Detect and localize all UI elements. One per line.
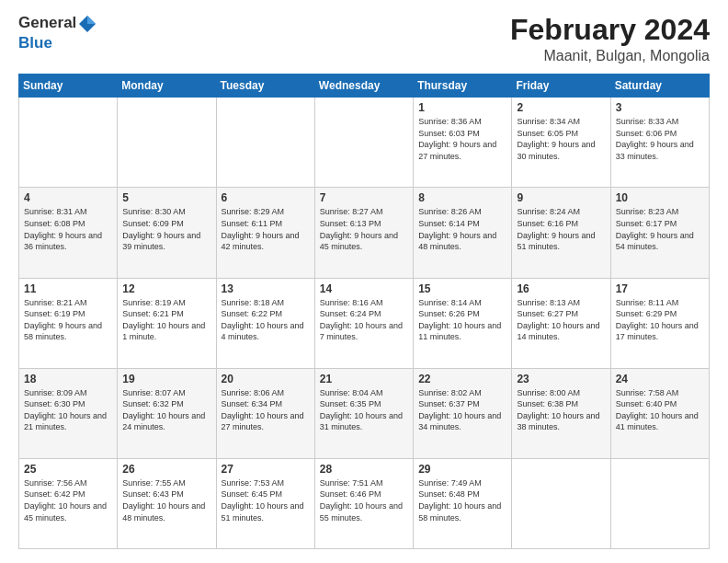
day-number: 18: [24, 373, 112, 385]
calendar-day-header: Friday: [512, 75, 610, 98]
day-info: Sunrise: 8:21 AMSunset: 6:19 PMDaylight:…: [24, 297, 112, 343]
calendar-cell: 2Sunrise: 8:34 AMSunset: 6:05 PMDaylight…: [512, 98, 610, 188]
day-number: 26: [122, 463, 210, 476]
header: General Blue February 2024 Maanit, Bulga…: [18, 14, 710, 64]
calendar-cell: 15Sunrise: 8:14 AMSunset: 6:26 PMDayligh…: [414, 278, 512, 368]
day-info: Sunrise: 7:55 AMSunset: 6:43 PMDaylight:…: [122, 477, 210, 523]
calendar-cell: 18Sunrise: 8:09 AMSunset: 6:30 PMDayligh…: [19, 368, 118, 458]
calendar-cell: 12Sunrise: 8:19 AMSunset: 6:21 PMDayligh…: [118, 278, 216, 368]
day-number: 28: [320, 463, 408, 476]
day-number: 14: [320, 282, 408, 295]
calendar-cell: 16Sunrise: 8:13 AMSunset: 6:27 PMDayligh…: [512, 278, 610, 368]
calendar-cell: 28Sunrise: 7:51 AMSunset: 6:46 PMDayligh…: [314, 458, 413, 548]
calendar-cell: [216, 98, 314, 188]
title-block: February 2024 Maanit, Bulgan, Mongolia: [510, 14, 710, 64]
calendar-cell: [314, 98, 413, 188]
day-info: Sunrise: 7:58 AMSunset: 6:40 PMDaylight:…: [616, 387, 704, 433]
calendar-cell: 24Sunrise: 7:58 AMSunset: 6:40 PMDayligh…: [610, 368, 709, 458]
page: General Blue February 2024 Maanit, Bulga…: [0, 0, 728, 563]
day-number: 7: [320, 191, 408, 204]
calendar-cell: 22Sunrise: 8:02 AMSunset: 6:37 PMDayligh…: [414, 368, 512, 458]
calendar-cell: [610, 458, 709, 548]
day-number: 27: [222, 463, 310, 476]
calendar-day-header: Wednesday: [314, 75, 413, 98]
calendar-day-header: Saturday: [610, 75, 709, 98]
calendar-cell: 17Sunrise: 8:11 AMSunset: 6:29 PMDayligh…: [610, 278, 709, 368]
svg-marker-1: [87, 16, 96, 24]
calendar-cell: 21Sunrise: 8:04 AMSunset: 6:35 PMDayligh…: [314, 368, 413, 458]
day-info: Sunrise: 8:18 AMSunset: 6:22 PMDaylight:…: [222, 297, 310, 343]
calendar-day-header: Monday: [118, 75, 216, 98]
day-info: Sunrise: 8:33 AMSunset: 6:06 PMDaylight:…: [616, 116, 704, 162]
calendar-week-row: 4Sunrise: 8:31 AMSunset: 6:08 PMDaylight…: [19, 188, 710, 278]
day-info: Sunrise: 7:51 AMSunset: 6:46 PMDaylight:…: [320, 477, 408, 523]
day-number: 17: [616, 282, 704, 295]
day-number: 21: [320, 373, 408, 385]
calendar-cell: 5Sunrise: 8:30 AMSunset: 6:09 PMDaylight…: [118, 188, 216, 278]
day-info: Sunrise: 8:30 AMSunset: 6:09 PMDaylight:…: [122, 206, 210, 252]
main-title: February 2024: [510, 14, 710, 46]
calendar-day-header: Sunday: [19, 75, 118, 98]
day-number: 12: [122, 282, 210, 295]
day-number: 5: [122, 191, 210, 204]
day-info: Sunrise: 7:56 AMSunset: 6:42 PMDaylight:…: [24, 477, 112, 523]
day-info: Sunrise: 8:13 AMSunset: 6:27 PMDaylight:…: [517, 297, 605, 343]
calendar-cell: 3Sunrise: 8:33 AMSunset: 6:06 PMDaylight…: [610, 98, 709, 188]
day-number: 25: [24, 463, 112, 476]
day-number: 29: [418, 463, 506, 476]
day-info: Sunrise: 8:27 AMSunset: 6:13 PMDaylight:…: [320, 206, 408, 252]
calendar-cell: 8Sunrise: 8:26 AMSunset: 6:14 PMDaylight…: [414, 188, 512, 278]
day-number: 10: [616, 191, 704, 204]
day-info: Sunrise: 8:19 AMSunset: 6:21 PMDaylight:…: [122, 297, 210, 343]
calendar-week-row: 18Sunrise: 8:09 AMSunset: 6:30 PMDayligh…: [19, 368, 710, 458]
day-number: 2: [517, 101, 605, 114]
calendar-cell: 7Sunrise: 8:27 AMSunset: 6:13 PMDaylight…: [314, 188, 413, 278]
calendar-cell: 20Sunrise: 8:06 AMSunset: 6:34 PMDayligh…: [216, 368, 314, 458]
day-info: Sunrise: 8:09 AMSunset: 6:30 PMDaylight:…: [24, 387, 112, 433]
day-number: 19: [122, 373, 210, 385]
calendar-day-header: Tuesday: [216, 75, 314, 98]
day-info: Sunrise: 8:34 AMSunset: 6:05 PMDaylight:…: [517, 116, 605, 162]
day-number: 11: [24, 282, 112, 295]
logo-line2: Blue: [18, 34, 97, 52]
calendar-cell: 4Sunrise: 8:31 AMSunset: 6:08 PMDaylight…: [19, 188, 118, 278]
logo: General Blue: [18, 14, 97, 52]
calendar-week-row: 25Sunrise: 7:56 AMSunset: 6:42 PMDayligh…: [19, 458, 710, 548]
day-info: Sunrise: 7:49 AMSunset: 6:48 PMDaylight:…: [418, 477, 506, 523]
subtitle: Maanit, Bulgan, Mongolia: [510, 48, 710, 64]
day-info: Sunrise: 8:00 AMSunset: 6:38 PMDaylight:…: [517, 387, 605, 433]
day-number: 4: [24, 191, 112, 204]
calendar: SundayMondayTuesdayWednesdayThursdayFrid…: [18, 74, 710, 549]
calendar-cell: 13Sunrise: 8:18 AMSunset: 6:22 PMDayligh…: [216, 278, 314, 368]
day-info: Sunrise: 8:07 AMSunset: 6:32 PMDaylight:…: [122, 387, 210, 433]
day-number: 13: [222, 282, 310, 295]
day-info: Sunrise: 8:14 AMSunset: 6:26 PMDaylight:…: [418, 297, 506, 343]
calendar-cell: 26Sunrise: 7:55 AMSunset: 6:43 PMDayligh…: [118, 458, 216, 548]
calendar-cell: 10Sunrise: 8:23 AMSunset: 6:17 PMDayligh…: [610, 188, 709, 278]
day-info: Sunrise: 8:36 AMSunset: 6:03 PMDaylight:…: [418, 116, 506, 162]
calendar-cell: [19, 98, 118, 188]
calendar-header-row: SundayMondayTuesdayWednesdayThursdayFrid…: [19, 75, 710, 98]
day-number: 22: [418, 373, 506, 385]
day-info: Sunrise: 8:02 AMSunset: 6:37 PMDaylight:…: [418, 387, 506, 433]
calendar-cell: 23Sunrise: 8:00 AMSunset: 6:38 PMDayligh…: [512, 368, 610, 458]
day-info: Sunrise: 7:53 AMSunset: 6:45 PMDaylight:…: [222, 477, 310, 523]
logo-text: General: [18, 14, 97, 34]
day-info: Sunrise: 8:16 AMSunset: 6:24 PMDaylight:…: [320, 297, 408, 343]
calendar-day-header: Thursday: [414, 75, 512, 98]
day-number: 15: [418, 282, 506, 295]
day-number: 1: [418, 101, 506, 114]
calendar-cell: 29Sunrise: 7:49 AMSunset: 6:48 PMDayligh…: [414, 458, 512, 548]
day-number: 23: [517, 373, 605, 385]
day-info: Sunrise: 8:11 AMSunset: 6:29 PMDaylight:…: [616, 297, 704, 343]
calendar-cell: [118, 98, 216, 188]
day-number: 16: [517, 282, 605, 295]
calendar-cell: 19Sunrise: 8:07 AMSunset: 6:32 PMDayligh…: [118, 368, 216, 458]
day-number: 3: [616, 101, 704, 114]
day-info: Sunrise: 8:23 AMSunset: 6:17 PMDaylight:…: [616, 206, 704, 252]
calendar-week-row: 1Sunrise: 8:36 AMSunset: 6:03 PMDaylight…: [19, 98, 710, 188]
calendar-cell: 27Sunrise: 7:53 AMSunset: 6:45 PMDayligh…: [216, 458, 314, 548]
calendar-cell: 11Sunrise: 8:21 AMSunset: 6:19 PMDayligh…: [19, 278, 118, 368]
day-number: 24: [616, 373, 704, 385]
day-info: Sunrise: 8:31 AMSunset: 6:08 PMDaylight:…: [24, 206, 112, 252]
